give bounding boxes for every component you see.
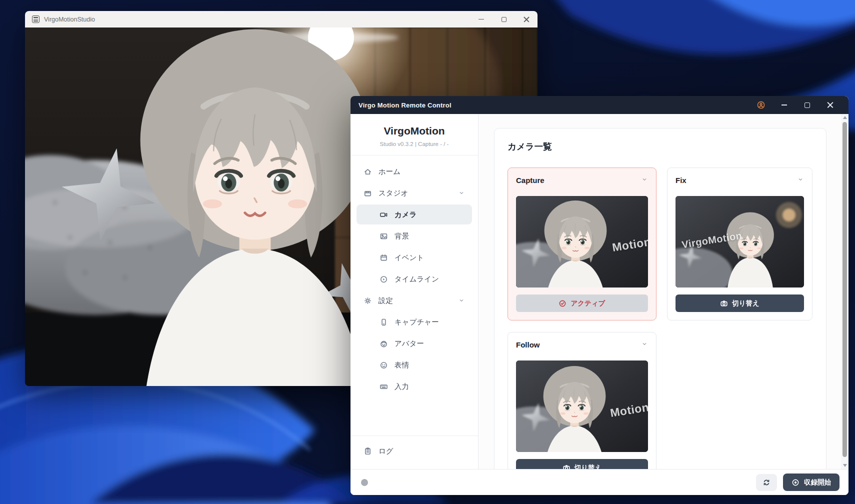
camera-card-capture: Capture M — [508, 168, 656, 320]
nav-label: イベント — [394, 253, 424, 262]
sidebar-item-expression[interactable]: 表情 — [356, 355, 472, 375]
switch-camera-icon — [562, 464, 570, 470]
maximize-icon — [502, 17, 506, 22]
play-circle-icon — [380, 275, 388, 284]
record-label: 収録開始 — [804, 478, 831, 487]
home-icon — [364, 168, 372, 176]
switch-button[interactable]: 切り替え — [516, 459, 648, 469]
sidebar-item-avatar[interactable]: アバター — [356, 334, 472, 354]
app-name: VirgoMotion — [350, 125, 478, 137]
minimize-icon — [478, 19, 484, 20]
close-button[interactable] — [818, 96, 842, 114]
avatar-face-icon — [380, 340, 388, 348]
sidebar-item-event[interactable]: イベント — [356, 248, 472, 268]
main-content: カメラ一覧 Capture — [478, 114, 848, 469]
scrollbar — [841, 114, 848, 469]
camera-name: Follow — [516, 340, 540, 349]
video-camera-icon — [380, 210, 388, 219]
scrollbar-thumb[interactable] — [842, 122, 847, 457]
panel-heading: カメラ一覧 — [508, 140, 552, 152]
person-icon — [757, 101, 765, 109]
nav-label: ホーム — [378, 167, 400, 176]
brand: VirgoMotion Studio v0.3.2 | Capture - / … — [350, 125, 478, 156]
sidebar-item-settings[interactable]: 設定 — [356, 290, 472, 310]
nav-label: 入力 — [394, 382, 409, 392]
clipboard-icon — [364, 447, 372, 456]
nav-label: 表情 — [394, 360, 409, 370]
smartphone-icon — [380, 318, 388, 326]
camera-preview: Motion — [516, 360, 648, 452]
nav-label: ログ — [378, 446, 394, 456]
desktop: VirgoMotionStudio — [0, 0, 855, 504]
check-circle-icon — [558, 300, 566, 308]
nav-label: アバター — [394, 339, 424, 348]
studio-window-title: VirgoMotionStudio — [44, 16, 95, 23]
chevron-down-icon — [458, 297, 465, 304]
nav-label: 背景 — [394, 232, 409, 241]
refresh-button[interactable] — [756, 474, 777, 491]
remote-titlebar[interactable]: Virgo Motion Remote Control — [350, 96, 848, 114]
chevron-down-icon[interactable] — [641, 340, 648, 348]
switch-camera-icon — [720, 300, 728, 308]
maximize-button[interactable] — [492, 11, 515, 28]
record-button[interactable]: 収録開始 — [783, 474, 840, 491]
sidebar-item-camera[interactable]: カメラ — [356, 204, 472, 224]
studio-app-icon — [32, 16, 40, 23]
minimize-button[interactable] — [470, 11, 492, 28]
nav-label: カメラ — [394, 210, 417, 220]
camera-name: Fix — [676, 176, 686, 184]
chevron-down-icon[interactable] — [797, 176, 804, 183]
studio-icon — [364, 189, 372, 198]
app-subtitle: Studio v0.3.2 | Capture - / - — [350, 141, 478, 147]
remote-window-title: Virgo Motion Remote Control — [358, 102, 452, 109]
sidebar-item-home[interactable]: ホーム — [356, 162, 472, 182]
record-icon — [792, 478, 800, 486]
scroll-up-arrow[interactable] — [843, 116, 847, 119]
nav-label: スタジオ — [378, 188, 408, 198]
gear-icon — [364, 296, 372, 305]
sidebar-item-capture[interactable]: キャプチャー — [356, 312, 472, 332]
account-button[interactable] — [750, 96, 772, 114]
scroll-down-arrow[interactable] — [843, 464, 847, 467]
nav-label: 設定 — [378, 296, 393, 306]
calendar-icon — [380, 254, 388, 262]
active-button[interactable]: アクティブ — [516, 294, 648, 312]
sidebar: VirgoMotion Studio v0.3.2 | Capture - / … — [350, 114, 478, 469]
camera-preview: Motion — [516, 196, 648, 288]
image-icon — [380, 232, 388, 240]
camera-card-follow: Follow Mo — [508, 332, 656, 469]
sidebar-item-input[interactable]: 入力 — [356, 376, 472, 396]
camera-list-panel: カメラ一覧 Capture — [494, 128, 826, 469]
camera-name: Capture — [516, 176, 544, 184]
keyboard-icon — [380, 382, 388, 391]
camera-preview: VirgoMotion — [676, 196, 804, 288]
chevron-down-icon[interactable] — [641, 176, 648, 183]
sidebar-item-background[interactable]: 背景 — [356, 226, 472, 246]
nav-label: キャプチャー — [394, 318, 439, 327]
smiley-icon — [380, 361, 388, 370]
footer-bar: 収録開始 — [350, 469, 848, 495]
close-icon — [524, 16, 530, 22]
status-indicator-dot — [361, 479, 368, 486]
minimize-button[interactable] — [772, 96, 796, 114]
maximize-button[interactable] — [796, 96, 818, 114]
chevron-down-icon — [458, 190, 465, 196]
maximize-icon — [804, 102, 810, 108]
button-label: 切り替え — [574, 464, 602, 470]
button-label: アクティブ — [570, 299, 605, 308]
studio-titlebar[interactable]: VirgoMotionStudio — [25, 11, 538, 28]
minimize-icon — [782, 104, 787, 106]
close-icon — [827, 102, 834, 108]
switch-button[interactable]: 切り替え — [676, 294, 804, 312]
close-button[interactable] — [515, 11, 538, 28]
sidebar-item-studio[interactable]: スタジオ — [356, 183, 472, 203]
camera-card-fix: Fix — [667, 168, 812, 320]
remote-control-window: Virgo Motion Remote Control VirgoMotion … — [350, 96, 848, 495]
sidebar-item-timeline[interactable]: タイムライン — [356, 269, 472, 289]
button-label: 切り替え — [732, 299, 760, 308]
sidebar-item-log[interactable]: ログ — [356, 441, 472, 461]
refresh-icon — [762, 478, 770, 486]
nav-label: タイムライン — [394, 274, 439, 284]
avatar — [140, 30, 370, 386]
sidebar-nav: ホーム スタジオ カメラ 背景 — [350, 156, 478, 436]
